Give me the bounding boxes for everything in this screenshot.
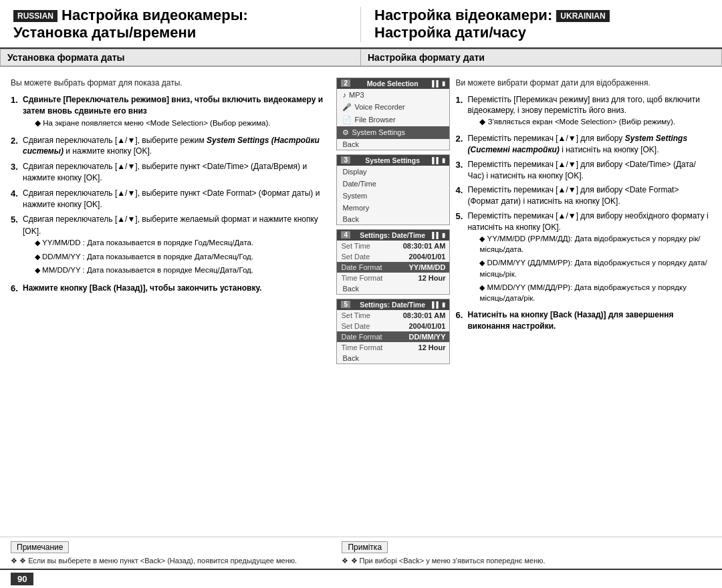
panel-header-4: 4 Settings: Date/Time ▌▌ ▮ [337,230,449,241]
step-text: Перемістіть перемикач [▲/▼] для вибору <… [467,159,711,182]
list-item: 3. Перемістіть перемикач [▲/▼] для вибор… [455,159,711,182]
settings-row-dateformat[interactable]: Date Format YY/MM/DD [337,262,449,273]
settings-value: DD/MM/YY [408,333,445,341]
step-text: Сдвигая переключатель [▲/▼], выберите ре… [23,135,330,158]
panel-header-5: 5 Settings: Date/Time ▌▌ ▮ [337,299,449,310]
lang-badge-ukrainian: UKRAINIAN [556,10,609,22]
settings-label: Set Time [341,311,370,319]
note-badge-left: Примечание [11,541,69,553]
intro-text-left: Вы можете выбрать формат для показа даты… [11,78,330,89]
panel-step-badge: 5 [341,301,350,308]
settings-row-setdate5[interactable]: Set Date 2004/01/01 [337,321,449,331]
panel-icons-5: ▌▌ ▮ [432,301,445,308]
panel-header-3: 3 System Settings ▌▌ ▮ [337,155,449,166]
step-list-right: 1. Перемістіть [Перемикач режиму] вниз д… [455,94,711,332]
note-box-left: Примечание ❖ Если вы выберете в меню пун… [11,541,330,566]
step-num: 3. [11,161,23,173]
intro-text-right: Ви можете вибрати формат дати для відобр… [455,78,711,89]
panel-menu-display[interactable]: Display [337,166,449,178]
right-instructions: Ви можете вибрати формат дати для відобр… [455,78,711,531]
step-list-left: 1. Сдвиньте [Переключатель режимов] вниз… [11,94,330,295]
page: RUSSIANНастройка видеокамеры: Установка … [0,0,722,588]
step-text: Сдвигая переключатель [▲/▼], выберите пу… [23,161,330,184]
step-num: 6. [455,309,467,321]
step-subtext: MM/DD/YY (ММ/ДД/РР): Дата відображується… [479,282,711,303]
panel-menu-datetime[interactable]: Date/Time [337,178,449,190]
step-num: 6. [11,283,23,295]
panel-title-2: Mode Selection [367,80,418,88]
settings-row-dateformat5[interactable]: Date Format DD/MM/YY [337,331,449,342]
panels-column: 2 Mode Selection ▌▌ ▮ ♪ MP3 🎤 Voice Reco… [336,78,450,531]
step-num: 5. [455,210,467,223]
step-text: Перемістіть перемикач [▲/▼] для вибору <… [467,184,711,207]
list-item: 3. Сдвигая переключатель [▲/▼], выберите… [11,161,330,184]
step-num: 2. [455,133,467,145]
lang-badge-russian: RUSSIAN [13,10,57,22]
list-item: 5. Сдвигая переключатель [▲/▼], выберите… [11,214,330,278]
list-item: 4. Сдвигая переключатель [▲/▼], выберите… [11,188,330,210]
step-num: 1. [11,94,23,106]
header-subtitle-right: Настройка дати/часу [374,24,709,41]
header-right: Настройка відеокамери: UKRAINIAN Настрой… [361,7,709,42]
panel-settings-5: 5 Settings: Date/Time ▌▌ ▮ Set Time 08:3… [336,299,450,364]
note-badge-right: Примітка [342,541,388,553]
voice-icon: 🎤 [342,103,352,112]
panel-menu-back3[interactable]: Back [337,214,449,225]
list-item: 2. Перемістіть перемикач [▲/▼] для вибор… [455,133,711,156]
step-text: Перемістіть перемикач [▲/▼] для вибору S… [467,133,711,156]
step-num: 1. [455,94,467,106]
left-column: Вы можете выбрать формат для показа даты… [11,78,330,531]
panel-menu-system[interactable]: ⚙ System Settings [337,126,449,139]
settings-row-setdate[interactable]: Set Date 2004/01/01 [337,251,449,262]
mp3-icon: ♪ [342,91,346,99]
panel-menu-memory[interactable]: Memory [337,202,449,214]
settings-label: Set Date [341,322,370,330]
panel-step-badge: 3 [341,156,350,164]
step-text: Перемістіть [Перемикач режиму] вниз для … [467,95,699,116]
settings-row-timeformat5[interactable]: Time Format 12 Hour [337,342,449,353]
note-box-right: Примітка ❖ При виборі <Back> у меню з'яв… [336,541,711,566]
panel-menu-system2[interactable]: System [337,190,449,202]
section-header-left: Установка формата даты [0,49,361,66]
step-text: Сдвиньте [Переключатель режимов] вниз, ч… [23,95,323,116]
panel-menu-mp3[interactable]: ♪ MP3 [337,89,449,101]
settings-row-settime5[interactable]: Set Time 08:30:01 AM [337,310,449,321]
step-num: 4. [455,184,467,196]
section-header-row: Установка формата даты Настройка формату… [0,49,722,67]
note-text-right: ❖ При виборі <Back> у меню з'явиться поп… [342,556,711,566]
panel-menu-voice[interactable]: 🎤 Voice Recorder [337,101,449,114]
page-num-row: 90 [0,569,722,588]
settings-label: Date Format [341,263,382,271]
header-title-right: Настройка відеокамери: UKRAINIAN [374,7,709,24]
panel-menu-file[interactable]: 📄 File Browser [337,114,449,126]
list-item: 5. Перемістіть перемикач [▲/▼] для вибор… [455,210,711,306]
step-subtext: MM/DD/YY : Дата показывается в порядке М… [35,265,330,275]
step-subtext: ◆ На экране появляется меню <Mode Select… [35,118,330,128]
step-num: 2. [11,135,23,147]
settings-row-timeformat[interactable]: Time Format 12 Hour [337,273,449,283]
step-subtext: YY/MM/DD : Дата показывается в порядке Г… [35,237,330,248]
system-icon: ⚙ [342,128,349,137]
header-subtitle-left: Установка даты/времени [13,24,347,41]
note-diamond-right: ❖ [342,557,359,565]
list-item: 4. Перемістіть перемикач [▲/▼] для вибор… [455,184,711,207]
step-text: Натисніть на кнопку [Back (Назад)] для з… [467,309,711,332]
list-item: 1. Перемістіть [Перемикач режиму] вниз д… [455,94,711,130]
panel-back-4[interactable]: Back [337,283,449,294]
step-text: Нажмите кнопку [Back (Назад)], чтобы зак… [23,283,261,294]
panel-menu-back[interactable]: Back [337,139,449,150]
panel-icons-4: ▌▌ ▮ [432,232,445,239]
panel-step-badge: 4 [341,231,350,239]
file-icon: 📄 [342,116,352,124]
step-num: 5. [11,214,23,226]
panel-back-5[interactable]: Back [337,353,449,363]
content-area: Вы можете выбрать формат для показа даты… [0,72,722,537]
panel-settings-4: 4 Settings: Date/Time ▌▌ ▮ Set Time 08:3… [336,229,450,295]
settings-value: 2004/01/01 [408,322,445,330]
note-text-left: ❖ Если вы выберете в меню пункт <Back> (… [11,556,330,566]
list-item: 6. Натисніть на кнопку [Back (Назад)] дл… [455,309,711,332]
panel-title-3: System Settings [365,156,420,164]
settings-row-settime[interactable]: Set Time 08:30:01 AM [337,241,449,251]
step-subtext: DD/MM/YY (ДД/ММ/РР): Дата відображується… [479,257,711,279]
list-item: 6. Нажмите кнопку [Back (Назад)], чтобы … [11,283,330,295]
